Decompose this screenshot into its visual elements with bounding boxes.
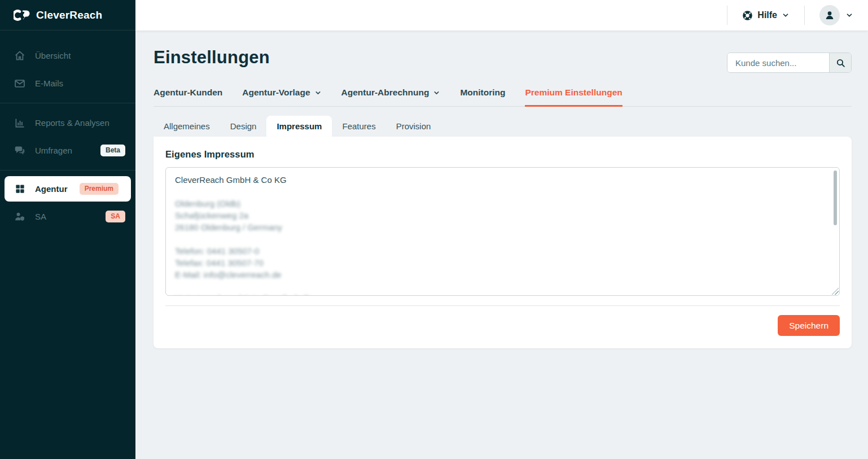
chevron-down-icon <box>314 89 322 97</box>
grid-icon <box>14 183 25 195</box>
sidebar-item-label: E-Mails <box>35 78 131 88</box>
impressum-card: Eigenes Impressum CleverReach GmbH & Co … <box>154 137 852 348</box>
main-tab-bar: Agentur-Kunden Agentur-Vorlage Agentur-A… <box>154 82 852 107</box>
lifebuoy-icon <box>742 10 753 21</box>
sidebar-item-label: SA <box>35 212 96 221</box>
sidebar-item-reports[interactable]: Reports & Analysen <box>0 109 135 137</box>
impressum-textarea[interactable]: CleverReach GmbH & Co KG Oldenburg (Oldb… <box>165 167 840 296</box>
home-icon <box>14 50 25 62</box>
sidebar-item-uebersicht[interactable]: Übersicht <box>0 42 135 69</box>
brand-name: CleverReach <box>36 9 102 21</box>
subtab-allgemeines[interactable]: Allgemeines <box>154 116 220 137</box>
imprint-line-redacted: 26180 Oldenburg / Germany <box>175 221 826 233</box>
sub-tab-bar: Allgemeines Design Impressum Features Pr… <box>154 116 852 137</box>
user-avatar-icon <box>819 5 840 25</box>
brand-logo[interactable]: CleverReach <box>0 0 135 30</box>
sidebar-item-emails[interactable]: E-Mails <box>0 69 135 97</box>
card-heading: Eigenes Impressum <box>165 149 840 160</box>
subtab-provision[interactable]: Provision <box>386 116 441 137</box>
imprint-line-redacted: Vertretungsberechtigte Gesellschaft: <box>175 292 826 296</box>
tab-premium-einstellungen[interactable]: Premium Einstellungen <box>525 82 622 107</box>
sidebar-divider <box>0 170 135 171</box>
customer-search <box>727 53 852 73</box>
tab-label: Monitoring <box>460 88 505 98</box>
sidebar-item-umfragen[interactable]: Umfragen Beta <box>0 137 135 164</box>
search-button[interactable] <box>829 53 851 72</box>
imprint-line-redacted: Schafjückenweg 2a <box>175 209 826 221</box>
tab-label: Agentur-Kunden <box>154 88 222 98</box>
chevron-down-icon <box>433 89 440 97</box>
imprint-blank-line <box>175 233 826 245</box>
premium-badge: Premium <box>80 183 119 195</box>
textarea-scrollbar-thumb[interactable] <box>834 171 837 225</box>
imprint-line-redacted: Telefax: 0441 30507-70 <box>175 257 826 269</box>
beta-badge: Beta <box>100 145 125 157</box>
subtab-features[interactable]: Features <box>332 116 385 137</box>
tab-label: Premium Einstellungen <box>525 88 622 98</box>
search-icon <box>836 58 845 68</box>
main-content: Einstellungen Agentur-Kunden Agentur-Vor… <box>135 30 868 459</box>
page-title: Einstellungen <box>154 47 270 68</box>
envelope-icon <box>14 78 25 89</box>
sidebar-divider <box>0 103 135 103</box>
tab-agentur-vorlage[interactable]: Agentur-Vorlage <box>242 82 321 107</box>
sidebar-item-sa[interactable]: SA SA <box>0 203 135 230</box>
subtab-design[interactable]: Design <box>220 116 267 137</box>
sa-badge: SA <box>106 211 125 223</box>
bar-chart-icon <box>14 117 25 129</box>
subtab-impressum[interactable]: Impressum <box>266 116 332 137</box>
imprint-line-redacted: Telefon: 0441 30507-0 <box>175 245 826 257</box>
sidebar-item-agentur[interactable]: Agentur Premium <box>5 176 131 202</box>
tab-label: Agentur-Abrechnung <box>341 88 429 98</box>
save-button[interactable]: Speichern <box>778 315 840 336</box>
card-divider <box>165 305 840 306</box>
chevron-down-icon <box>782 11 790 19</box>
sidebar-item-label: Übersicht <box>35 51 131 60</box>
chevron-down-icon <box>845 11 853 19</box>
help-menu-button[interactable]: Hilfe <box>727 0 804 30</box>
tab-agentur-abrechnung[interactable]: Agentur-Abrechnung <box>341 82 441 107</box>
search-input[interactable] <box>727 53 829 72</box>
tab-monitoring[interactable]: Monitoring <box>460 82 505 107</box>
topbar: Hilfe <box>135 0 868 30</box>
imprint-line-redacted: Oldenburg (Oldb) <box>175 198 826 209</box>
sidebar-item-label: Umfragen <box>35 146 91 155</box>
imprint-line: CleverReach GmbH & Co KG <box>175 174 826 186</box>
sidebar-item-label: Agentur <box>35 184 70 194</box>
imprint-blank-line <box>175 186 826 198</box>
tab-label: Agentur-Vorlage <box>242 88 310 98</box>
help-label: Hilfe <box>757 10 777 20</box>
imprint-blank-line <box>175 281 826 292</box>
sidebar-item-label: Reports & Analysen <box>35 118 131 128</box>
sidebar: CleverReach Übersicht E-Mails Reports & … <box>0 0 135 459</box>
sidebar-nav: Übersicht E-Mails Reports & Analysen Umf… <box>0 30 135 230</box>
imprint-line-redacted: E-Mail: info@cleverreach.de <box>175 269 826 281</box>
chat-bubbles-icon <box>14 145 25 156</box>
account-menu-button[interactable] <box>805 0 856 30</box>
user-shield-icon <box>14 211 25 222</box>
textarea-resize-handle[interactable] <box>832 288 839 295</box>
tab-agentur-kunden[interactable]: Agentur-Kunden <box>154 82 222 107</box>
cleverreach-logo-icon <box>14 9 30 21</box>
